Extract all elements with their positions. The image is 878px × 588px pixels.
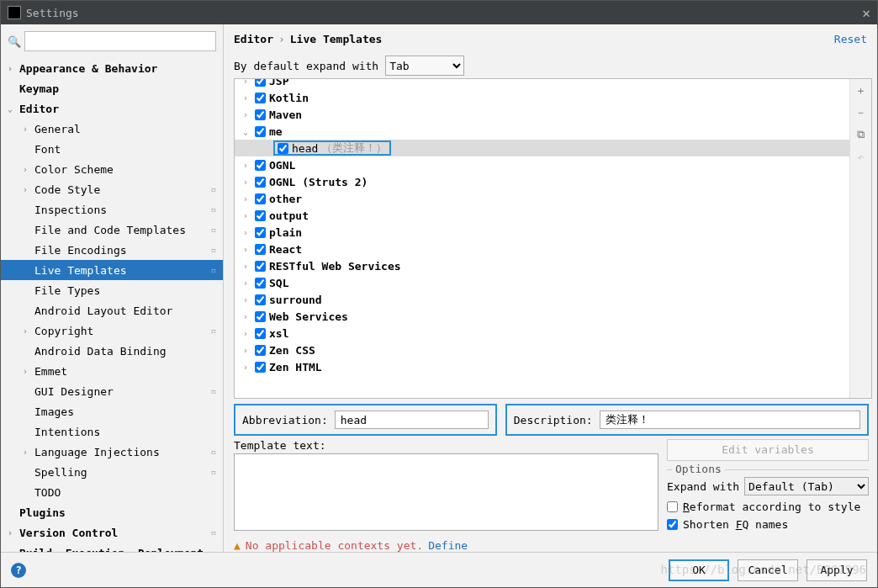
ok-button[interactable]: OK [669,559,729,581]
template-checkbox[interactable] [255,261,266,272]
template-item-react[interactable]: ›React [235,241,849,257]
remove-template-button[interactable]: － [850,104,871,121]
template-item-head[interactable]: head（类注释！） [235,140,849,156]
templates-tree[interactable]: ›JSP›Kotlin›Maven⌄mehead（类注释！）›OGNL›OGNL… [235,79,849,398]
sidebar-item-copyright[interactable]: ›Copyright▫ [1,320,223,341]
sidebar-item-spelling[interactable]: Spelling▫ [1,462,223,482]
sidebar-item-label: Emmet [34,365,67,378]
template-checkbox[interactable] [255,362,266,373]
sidebar-item-intentions[interactable]: Intentions [1,421,223,442]
search-icon: 🔍 [8,35,21,48]
sidebar-item-todo[interactable]: TODO [1,482,223,502]
description-input[interactable] [600,411,860,429]
template-checkbox[interactable] [255,328,266,339]
template-checkbox[interactable] [255,294,266,305]
sidebar-item-label: Spelling [34,466,87,479]
template-checkbox[interactable] [255,177,266,188]
help-button[interactable]: ? [11,563,26,578]
template-item-sql[interactable]: ›SQL [235,274,849,291]
sidebar-item-plugins[interactable]: Plugins [1,502,223,522]
revert-template-button[interactable]: ↶ [850,148,871,165]
sidebar-item-file-and-code-templates[interactable]: File and Code Templates▫ [1,220,223,240]
template-item-surround[interactable]: ›surround [235,291,849,308]
edit-variables-button: Edit variables [667,439,869,461]
sidebar-item-gui-designer[interactable]: GUI Designer▫ [1,381,223,401]
sidebar-item-label: Android Layout Editor [34,305,172,317]
sidebar-item-live-templates[interactable]: Live Templates▫ [1,260,223,280]
template-label: xsl [269,327,288,340]
template-checkbox[interactable] [255,278,266,289]
sidebar-item-label: Version Control [19,527,118,539]
add-template-button[interactable]: ＋ [850,82,871,99]
sidebar-item-editor[interactable]: ⌄Editor [1,98,223,119]
sidebar-item-appearance-behavior[interactable]: ›Appearance & Behavior [1,58,223,78]
template-item-other[interactable]: ›other [235,190,849,207]
sidebar-item-inspections[interactable]: Inspections▫ [1,199,223,220]
abbreviation-input[interactable] [335,411,489,429]
shorten-checkbox[interactable] [667,519,678,530]
chevron-right-icon: › [278,33,285,45]
sidebar-item-color-scheme[interactable]: ›Color Scheme [1,159,223,179]
sidebar-item-code-style[interactable]: ›Code Style▫ [1,179,223,199]
sidebar-item-file-encodings[interactable]: File Encodings▫ [1,240,223,260]
template-checkbox[interactable] [255,126,266,137]
chevron-icon: ⌄ [8,104,19,114]
sidebar-item-version-control[interactable]: ›Version Control▫ [1,522,223,543]
template-checkbox[interactable] [255,311,266,322]
template-checkbox[interactable] [255,109,266,120]
sidebar-item-images[interactable]: Images [1,401,223,421]
template-checkbox[interactable] [278,143,288,154]
template-item-zen-css[interactable]: ›Zen CSS [235,342,849,358]
template-item-jsp[interactable]: ›JSP [235,79,849,89]
sidebar-item-keymap[interactable]: Keymap [1,78,223,98]
template-item-plain[interactable]: ›plain [235,224,849,241]
template-checkbox[interactable] [255,193,266,204]
template-item-restful-web-services[interactable]: ›RESTful Web Services [235,257,849,274]
sidebar-item-general[interactable]: ›General [1,119,223,139]
template-checkbox[interactable] [255,93,266,103]
template-checkbox[interactable] [255,160,266,171]
reformat-checkbox[interactable] [667,501,678,512]
template-label: head [292,142,318,155]
sidebar-item-label: Font [34,143,61,156]
template-item-ognl-struts-2-[interactable]: ›OGNL (Struts 2) [235,173,849,190]
sidebar-item-font[interactable]: Font [1,139,223,159]
template-item-ognl[interactable]: ›OGNL [235,156,849,173]
apply-button[interactable]: Apply [807,559,867,581]
sidebar-item-android-layout-editor[interactable]: Android Layout Editor [1,300,223,320]
template-item-zen-html[interactable]: ›Zen HTML [235,358,849,375]
default-expand-select[interactable]: Tab [385,56,464,76]
template-label: surround [269,294,322,306]
define-context-link[interactable]: Define [428,539,468,552]
copy-template-button[interactable]: ⧉ [850,126,871,143]
sidebar-item-label: Editor [19,103,59,115]
sidebar-item-language-injections[interactable]: ›Language Injections▫ [1,442,223,462]
reset-link[interactable]: Reset [834,33,867,45]
template-checkbox[interactable] [255,345,266,356]
template-checkbox[interactable] [255,210,266,221]
template-item-kotlin[interactable]: ›Kotlin [235,89,849,106]
sidebar-item-build-execution-deployment[interactable]: ›Build, Execution, Deployment [1,543,223,552]
template-item-web-services[interactable]: ›Web Services [235,308,849,325]
sidebar-item-emmet[interactable]: ›Emmet [1,361,223,381]
template-item-output[interactable]: ›output [235,207,849,224]
cancel-button[interactable]: Cancel [738,559,798,581]
close-button[interactable]: ✕ [862,5,870,21]
chevron-icon: › [243,262,255,271]
window-title: Settings [26,7,79,19]
template-checkbox[interactable] [255,227,266,238]
template-checkbox[interactable] [255,79,266,87]
sidebar-item-android-data-binding[interactable]: Android Data Binding [1,341,223,361]
sidebar-item-file-types[interactable]: File Types [1,280,223,300]
template-checkbox[interactable] [255,244,266,255]
template-text-input[interactable] [234,453,658,531]
expand-with-select[interactable]: Default (Tab) [744,477,869,495]
chevron-icon: › [243,211,255,220]
search-input[interactable] [24,31,216,51]
template-label: output [269,209,309,222]
scope-icon: ▫ [210,265,216,276]
template-item-maven[interactable]: ›Maven [235,106,849,123]
sidebar-item-label: Plugins [19,506,66,519]
template-item-xsl[interactable]: ›xsl [235,325,849,342]
template-item-me[interactable]: ⌄me [235,123,849,140]
